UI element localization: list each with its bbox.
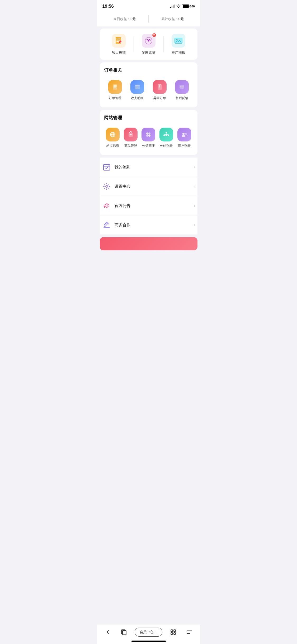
wifi-icon xyxy=(176,4,181,8)
circle-label: 发圈素材 xyxy=(142,50,155,55)
svg-point-43 xyxy=(182,133,185,135)
checkin-arrow: › xyxy=(194,165,195,169)
total-revenue: 累计收益：0元 xyxy=(151,16,194,21)
grid-item-finance[interactable]: 收支明细 xyxy=(126,78,149,103)
order-mgmt-label: 订单管理 xyxy=(109,96,121,100)
order-mgmt-icon xyxy=(108,80,122,94)
project-icon xyxy=(112,34,126,48)
svg-point-36 xyxy=(148,135,150,137)
site-info-icon xyxy=(106,128,120,141)
site-section-title: 网站管理 xyxy=(104,115,193,121)
circle-badge: 2 xyxy=(152,33,157,38)
partial-bottom-card xyxy=(100,237,197,250)
revenue-bar: 今日收益：0元 累计收益：0元 xyxy=(97,11,200,26)
subsite-icon xyxy=(159,128,173,141)
site-info-label: 站点信息 xyxy=(106,144,119,148)
order-section-title: 订单相关 xyxy=(104,67,193,73)
quick-actions-row: 项目投稿 2 发圈素材 xyxy=(104,33,193,55)
list-item-checkin[interactable]: 我的签到 › xyxy=(100,158,197,177)
quick-action-project[interactable]: 项目投稿 xyxy=(104,33,134,55)
grid-item-site-info[interactable]: 站点信息 xyxy=(104,126,122,150)
abnormal-icon xyxy=(153,80,167,94)
svg-point-44 xyxy=(185,133,187,135)
circle-icon-wrap: 2 xyxy=(141,33,156,48)
subsite-label: 分站列表 xyxy=(160,144,173,148)
svg-rect-32 xyxy=(129,133,133,137)
grid-item-users[interactable]: 用户列表 xyxy=(175,126,193,150)
category-icon xyxy=(142,128,155,141)
order-grid: 订单管理 收支明细 xyxy=(104,78,193,103)
abnormal-label: 异常订单 xyxy=(153,96,166,100)
svg-point-25 xyxy=(181,86,181,87)
feedback-icon xyxy=(175,80,189,94)
svg-point-26 xyxy=(182,86,182,87)
poster-icon-wrap xyxy=(171,33,186,48)
grid-item-feedback[interactable]: 售后反馈 xyxy=(171,78,193,103)
list-item-announcement[interactable]: 官方公告 › xyxy=(100,196,197,215)
today-revenue: 今日收益：0元 xyxy=(103,16,146,21)
grid-item-product-mgmt[interactable]: 商品管理 xyxy=(122,126,140,150)
checkin-icon xyxy=(102,162,111,172)
svg-rect-45 xyxy=(103,164,110,170)
list-item-settings[interactable]: 设置中心 › xyxy=(100,177,197,196)
svg-point-35 xyxy=(146,135,148,137)
status-icons: 100 xyxy=(170,4,195,8)
svg-point-27 xyxy=(183,86,183,87)
settings-icon xyxy=(102,182,111,191)
business-arrow: › xyxy=(194,223,195,227)
quick-action-poster[interactable]: 推广海报 xyxy=(164,33,193,55)
business-icon xyxy=(102,220,111,230)
list-item-business[interactable]: 商务合作 › xyxy=(100,215,197,234)
svg-point-34 xyxy=(148,132,150,135)
project-label: 项目投稿 xyxy=(112,50,126,55)
product-icon xyxy=(124,128,138,141)
poster-icon xyxy=(172,34,185,48)
order-section-card: 订单相关 订单管理 xyxy=(100,62,197,107)
checkin-label: 我的签到 xyxy=(115,165,194,170)
status-time: 19:56 xyxy=(102,4,114,9)
feedback-label: 售后反馈 xyxy=(176,96,188,100)
status-bar: 19:56 100 xyxy=(97,0,200,11)
finance-label: 收支明细 xyxy=(131,96,144,100)
svg-point-23 xyxy=(159,88,160,88)
announcement-label: 官方公告 xyxy=(115,203,194,208)
grid-item-subsite[interactable]: 分站列表 xyxy=(157,126,175,150)
battery-text: 100 xyxy=(190,5,195,8)
announcement-icon xyxy=(102,201,111,210)
list-items-card: 我的签到 › 设置中心 › 官方公告 › xyxy=(100,158,197,234)
settings-arrow: › xyxy=(194,184,195,189)
svg-point-9 xyxy=(148,40,149,42)
svg-rect-37 xyxy=(166,132,167,133)
users-icon xyxy=(177,128,191,141)
svg-rect-11 xyxy=(175,38,182,43)
quick-actions-card: 项目投稿 2 发圈素材 xyxy=(100,29,197,60)
svg-point-33 xyxy=(146,132,148,135)
site-section-card: 网站管理 站点信息 商品管理 xyxy=(100,110,197,155)
svg-point-49 xyxy=(106,185,108,187)
announcement-arrow: › xyxy=(194,203,195,208)
svg-rect-14 xyxy=(113,84,117,90)
project-icon-wrap xyxy=(111,33,126,48)
revenue-divider xyxy=(148,15,149,23)
product-mgmt-label: 商品管理 xyxy=(124,144,137,148)
grid-item-category[interactable]: 分类管理 xyxy=(140,126,158,150)
battery-icon: 100 xyxy=(182,4,195,8)
poster-label: 推广海报 xyxy=(172,50,185,55)
site-grid: 站点信息 商品管理 分类管理 xyxy=(104,126,193,150)
finance-icon xyxy=(130,80,144,94)
grid-item-abnormal[interactable]: 异常订单 xyxy=(149,78,171,103)
settings-label: 设置中心 xyxy=(115,184,194,189)
svg-point-13 xyxy=(176,39,177,40)
users-label: 用户列表 xyxy=(178,144,191,148)
grid-item-order-mgmt[interactable]: 订单管理 xyxy=(104,78,126,103)
quick-action-circle[interactable]: 2 发圈素材 xyxy=(134,33,163,55)
signal-icon xyxy=(170,4,175,8)
category-label: 分类管理 xyxy=(142,144,155,148)
business-label: 商务合作 xyxy=(115,223,194,228)
